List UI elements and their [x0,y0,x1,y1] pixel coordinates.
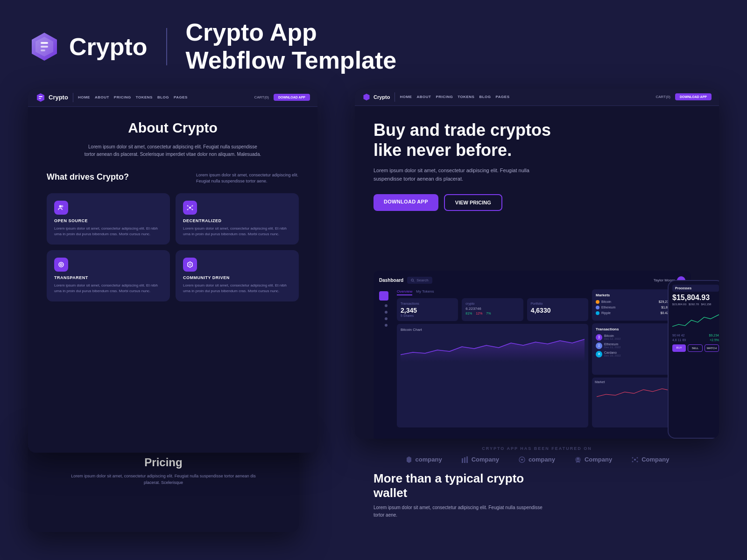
svg-marker-24 [363,93,369,100]
hnav-home[interactable]: HOME [400,95,412,99]
right-column: Crypto HOME ABOUT PRICING TOKENS BLOG PA… [336,89,728,541]
header-title-line1: Crypto App [186,19,397,47]
phone-val-1: $9,234 [709,334,719,337]
logo-icon [28,30,61,63]
tx-icon-2: Ξ [596,343,602,349]
tx-info-3: Cardano Dec 10, 2022 [604,351,668,357]
tab-overview[interactable]: Overview [397,289,412,295]
dashboard-search[interactable]: Search [407,277,432,284]
xrp-name: Ripple [601,311,659,315]
feature-desc-community: Lorem ipsum dolor sit amet, consectetur … [183,283,291,294]
hero-nav-cart[interactable]: CART(0) [656,95,670,99]
nav-divider [73,93,73,102]
stat-portfolio: Portfolio 4,6330 [527,298,588,321]
feature-icon-community [183,258,197,272]
phone-mockup: Processes $15,804.93 $15,804.93 $292.78 … [668,280,719,439]
feature-transparent: TRANSPARENT Lorem ipsum dolor sit amet, … [47,250,170,301]
nav-download-about[interactable]: DOWNLOAD APP [274,94,310,101]
hero-download-button[interactable]: DOWNLOAD APP [374,194,438,211]
tx-info-2: Ethereum Dec 11, 2022 [604,343,667,349]
sidebar-icon-3[interactable] [385,317,388,320]
company-logos: company Company company Company Company [374,455,700,464]
pricing-title: Pricing [42,456,285,469]
nav-blog[interactable]: BLOG [157,95,169,99]
phone-val-2: +2.5% [710,338,719,342]
nav-tokens[interactable]: TOKENS [136,95,153,99]
hero-buttons: DOWNLOAD APP VIEW PRICING [374,194,700,211]
stat-shares: 5 Shares [401,314,454,317]
svg-line-26 [414,281,415,282]
nav-links-about: HOME ABOUT PRICING TOKENS BLOG PAGES [78,95,188,99]
svg-point-38 [637,461,638,462]
nav-pages[interactable]: PAGES [174,95,188,99]
drives-header: What drives Crypto? Lorem ipsum dolor si… [47,172,299,186]
header: Crypto Crypto App Webflow Template [0,0,747,89]
tx-date-3: Dec 10, 2022 [604,354,668,357]
hero-download-btn[interactable]: DOWNLOAD APP [675,93,712,100]
hero-pricing-button[interactable]: VIEW PRICING [444,194,502,211]
svg-point-20 [60,264,62,266]
search-placeholder: Search [416,278,428,282]
sidebar-icon-4[interactable] [385,324,388,327]
feature-title-decentralized: DECENTRALIZED [183,218,291,223]
eth-name: Ethereum [601,306,659,309]
nav-home[interactable]: HOME [78,95,90,99]
sidebar-icon-1[interactable] [385,304,388,307]
phone-buy-btn[interactable]: BUY [672,344,686,352]
header-logo-text: Crypto [69,33,148,61]
hnav-about[interactable]: ABOUT [416,95,431,99]
xrp-dot [596,311,599,315]
svg-rect-7 [39,98,41,99]
nav-cart-about[interactable]: CART(0) [254,95,269,99]
feature-title-transparent: TRANSPARENT [54,275,162,280]
feature-icon-decentralized [183,201,197,215]
pricing-desc: Lorem ipsum dolor sit amet, consectetur … [70,473,257,486]
dashboard-area: Dashboard Search Taylor Moore [374,271,714,439]
header-title-line2: Webflow Template [186,47,397,75]
main-content: Crypto HOME ABOUT PRICING TOKENS BLOG PA… [0,89,747,541]
dashboard-tabs: Overview My Tokens [397,289,588,295]
phone-row-1: 90 HI 42 $9,234 [672,334,719,337]
company-name-5: Company [641,456,669,463]
nav-about[interactable]: ABOUT [95,95,109,99]
dashboard-title: Dashboard [379,278,403,283]
company-1: company [405,455,442,464]
hero-browser: Crypto HOME ABOUT PRICING TOKENS BLOG PA… [355,89,719,439]
phone-watch-btn[interactable]: WATCH [705,344,719,352]
header-divider [166,28,167,65]
sidebar-icon-2[interactable] [385,311,388,314]
phone-sell-btn[interactable]: SELL [688,344,702,352]
dashboard-body: Overview My Tokens Transactions 2,345 5 … [379,289,685,427]
wallet-title: More than a typical crypto wallet [374,471,560,500]
hero-nav-logo: Crypto [362,93,390,101]
stat-crypto-label: crypto [465,302,519,305]
company-4: Company [574,455,612,464]
chart-area: Bitcoin Chart [397,324,588,427]
tab-my-tokens[interactable]: My Tokens [416,289,434,295]
stat-tx-value: 2,345 [401,307,454,314]
svg-point-25 [411,279,414,281]
hnav-pricing[interactable]: PRICING [436,95,453,99]
stats-row: Transactions 2,345 5 Shares crypto 6.223… [397,298,588,321]
feature-decentralized: DECENTRALIZED Lorem ipsum dolor sit amet… [176,193,299,245]
tx-info-1: Bitcoin Dec 12, 2022 [604,334,666,340]
company-3: company [518,455,555,464]
svg-point-19 [59,262,63,267]
svg-marker-27 [407,456,411,463]
sidebar-icon-dashboard[interactable] [379,291,388,301]
stat-crypto-value: 6.223746 [465,307,519,311]
tx-name-2: Ethereum [604,343,667,346]
phone-row-2: 4,6 11 69 +2.5% [672,338,719,342]
company-name-2: Company [472,456,499,463]
stat-transactions: Transactions 2,345 5 Shares [397,298,458,321]
hnav-tokens[interactable]: TOKENS [458,95,474,99]
hnav-blog[interactable]: BLOG [479,95,491,99]
hnav-pages[interactable]: PAGES [496,95,510,99]
nav-pricing[interactable]: PRICING [114,95,131,99]
tx-name-1: Bitcoin [604,334,666,337]
svg-rect-4 [41,49,45,51]
feature-icon-transparent [54,258,68,272]
svg-point-35 [632,457,634,458]
svg-rect-28 [462,458,463,463]
feature-community: COMMUNITY DRIVEN Lorem ipsum dolor sit a… [176,250,299,301]
